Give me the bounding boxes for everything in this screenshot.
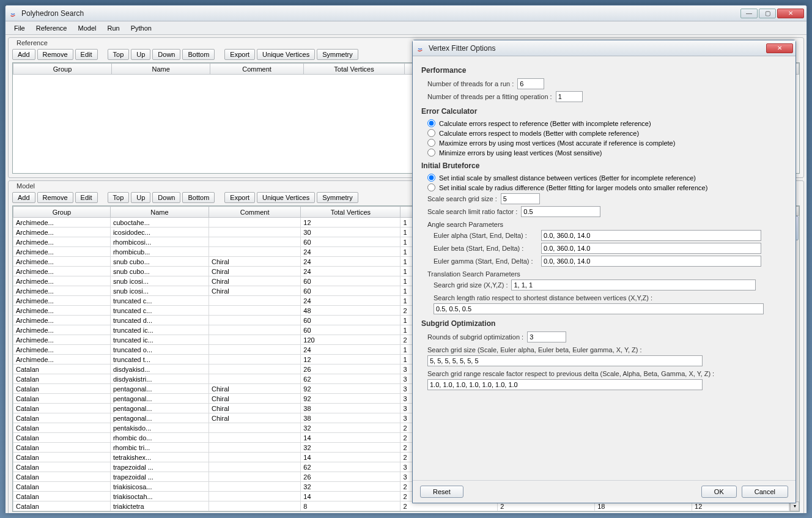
ref-top-button[interactable]: Top bbox=[108, 49, 130, 60]
grid-input[interactable] bbox=[501, 193, 540, 204]
mod-add-button[interactable]: Add bbox=[12, 192, 35, 203]
grid-label: Scale search grid size : bbox=[427, 195, 497, 202]
table-cell: 14 bbox=[301, 433, 400, 443]
table-cell: 14 bbox=[301, 492, 400, 501]
scale-opt2-radio[interactable] bbox=[427, 183, 435, 191]
table-cell: Chiral bbox=[209, 276, 301, 286]
table-cell bbox=[209, 228, 301, 237]
ref-unique-button[interactable]: Unique Vertices bbox=[257, 49, 315, 60]
column-header[interactable]: Group bbox=[13, 64, 112, 75]
main-titlebar[interactable]: Polyhedron Search — ▢ ✕ bbox=[6, 6, 806, 21]
mod-export-button[interactable]: Export bbox=[224, 192, 255, 203]
ref-symmetry-button[interactable]: Symmetry bbox=[317, 49, 358, 60]
rounds-input[interactable] bbox=[527, 331, 566, 342]
maximize-button[interactable]: ▢ bbox=[759, 9, 776, 18]
dialog-close-button[interactable]: ✕ bbox=[766, 43, 793, 53]
sgrid-label: Search grid size (Scale, Euler alpha, Eu… bbox=[427, 346, 787, 353]
sgrid-input[interactable] bbox=[427, 355, 703, 366]
limit-input[interactable] bbox=[521, 206, 600, 217]
mod-symmetry-button[interactable]: Symmetry bbox=[317, 192, 358, 203]
ec-opt1-radio[interactable] bbox=[427, 119, 435, 127]
cancel-button[interactable]: Cancel bbox=[742, 486, 788, 498]
dialog-titlebar[interactable]: Vertex Fitter Options ✕ bbox=[413, 40, 795, 56]
table-cell: 60 bbox=[301, 237, 400, 247]
mod-top-button[interactable]: Top bbox=[108, 192, 130, 203]
threads-run-input[interactable] bbox=[517, 78, 544, 89]
table-cell bbox=[209, 316, 301, 325]
column-header[interactable]: Total Vertices bbox=[303, 64, 405, 75]
angle-params-heading: Angle search Parameters bbox=[427, 221, 787, 228]
mod-bottom-button[interactable]: Bottom bbox=[182, 192, 215, 203]
ref-remove-button[interactable]: Remove bbox=[37, 49, 73, 60]
close-button[interactable]: ✕ bbox=[777, 9, 804, 18]
table-cell: 14 bbox=[301, 453, 400, 462]
column-header[interactable]: Total Vertices bbox=[301, 207, 400, 218]
column-header[interactable]: Name bbox=[112, 64, 210, 75]
table-cell: Catalan bbox=[13, 364, 111, 374]
ref-up-button[interactable]: Up bbox=[131, 49, 150, 60]
column-header[interactable]: Comment bbox=[210, 64, 303, 75]
column-header[interactable]: Comment bbox=[209, 207, 301, 218]
table-cell: Catalan bbox=[13, 433, 111, 443]
table-cell: Archimede... bbox=[13, 247, 111, 257]
mod-up-button[interactable]: Up bbox=[131, 192, 150, 203]
threads-fit-input[interactable] bbox=[556, 91, 583, 102]
ec-opt3-radio[interactable] bbox=[427, 139, 435, 147]
menu-model[interactable]: Model bbox=[73, 23, 102, 34]
ec-opt2-radio[interactable] bbox=[427, 129, 435, 137]
table-cell: 24 bbox=[301, 267, 400, 276]
column-header[interactable]: Group bbox=[13, 207, 111, 218]
table-cell bbox=[209, 364, 301, 374]
table-cell: 60 bbox=[301, 286, 400, 296]
alpha-input[interactable] bbox=[541, 230, 761, 241]
table-cell: 32 bbox=[301, 443, 400, 453]
error-calc-heading: Error Calculator bbox=[421, 107, 787, 116]
ref-down-button[interactable]: Down bbox=[152, 49, 180, 60]
mod-down-button[interactable]: Down bbox=[152, 192, 180, 203]
table-cell: Chiral bbox=[209, 286, 301, 296]
table-cell bbox=[209, 423, 301, 433]
menu-run[interactable]: Run bbox=[102, 23, 124, 34]
table-cell: pentagonal... bbox=[110, 404, 209, 413]
table-cell: snub cubo... bbox=[110, 257, 209, 267]
table-cell: 60 bbox=[301, 325, 400, 335]
srange-input[interactable] bbox=[427, 379, 703, 390]
reset-button[interactable]: Reset bbox=[420, 486, 463, 498]
ref-bottom-button[interactable]: Bottom bbox=[182, 49, 215, 60]
table-cell: tetrakishex... bbox=[110, 453, 209, 462]
mod-unique-button[interactable]: Unique Vertices bbox=[257, 192, 315, 203]
beta-input[interactable] bbox=[541, 243, 761, 254]
table-cell: Archimede... bbox=[13, 345, 111, 355]
ec-opt4-radio[interactable] bbox=[427, 149, 435, 157]
column-header[interactable]: Name bbox=[110, 207, 209, 218]
table-cell: 8 bbox=[301, 501, 400, 511]
menu-reference[interactable]: Reference bbox=[31, 23, 72, 34]
table-cell: pentagonal... bbox=[110, 394, 209, 404]
table-cell: Catalan bbox=[13, 374, 111, 384]
menu-file[interactable]: File bbox=[9, 23, 30, 34]
minimize-button[interactable]: — bbox=[740, 9, 758, 18]
scale-opt1-radio[interactable] bbox=[427, 174, 435, 182]
table-cell: 24 bbox=[301, 345, 400, 355]
table-cell: 30 bbox=[301, 228, 400, 237]
table-cell: 38 bbox=[301, 404, 400, 413]
ok-button[interactable]: OK bbox=[701, 486, 737, 498]
ref-add-button[interactable]: Add bbox=[12, 49, 35, 60]
ref-edit-button[interactable]: Edit bbox=[75, 49, 98, 60]
mod-remove-button[interactable]: Remove bbox=[37, 192, 73, 203]
tlen-input[interactable] bbox=[434, 303, 764, 314]
ref-export-button[interactable]: Export bbox=[224, 49, 255, 60]
gamma-input[interactable] bbox=[541, 256, 761, 267]
tgrid-label: Search grid size (X,Y,Z) : bbox=[434, 281, 508, 289]
dialog-title: Vertex Fitter Options bbox=[429, 44, 766, 53]
table-cell: 60 bbox=[301, 276, 400, 286]
menu-python[interactable]: Python bbox=[126, 23, 157, 34]
tgrid-input[interactable] bbox=[511, 279, 756, 290]
table-cell: Catalan bbox=[13, 394, 111, 404]
table-cell bbox=[209, 335, 301, 345]
mod-edit-button[interactable]: Edit bbox=[75, 192, 98, 203]
subgrid-heading: Subgrid Optimization bbox=[421, 319, 787, 328]
table-cell: Catalan bbox=[13, 384, 111, 394]
table-cell: disdyakisd... bbox=[110, 364, 209, 374]
table-cell: rhombic do... bbox=[110, 433, 209, 443]
